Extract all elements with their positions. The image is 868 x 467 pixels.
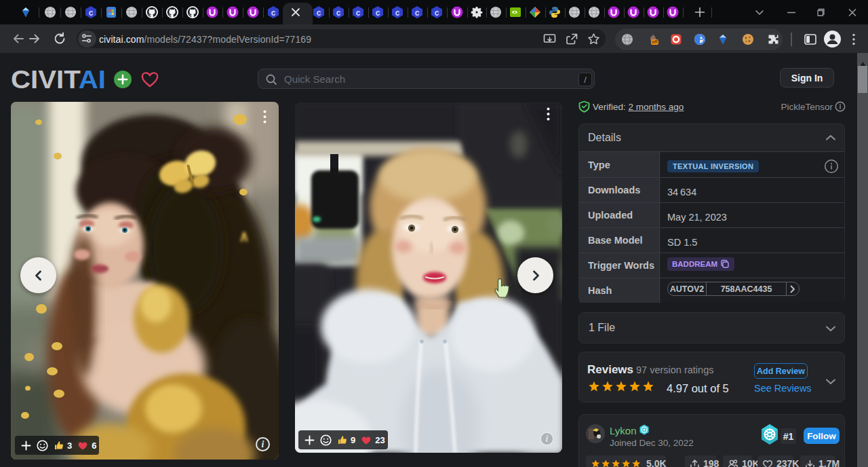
svg-text:off: off	[652, 39, 658, 44]
svg-text:CIVITAI: CIVITAI	[11, 69, 106, 92]
svg-text:c: c	[415, 8, 420, 18]
svg-text:c: c	[317, 8, 321, 18]
svg-text:c: c	[395, 8, 400, 18]
svg-text:c: c	[356, 8, 361, 18]
svg-text:c: c	[336, 8, 341, 18]
svg-text:c: c	[435, 8, 439, 18]
svg-text:c: c	[376, 8, 380, 18]
svg-text:c: c	[89, 8, 94, 18]
svg-text:c: c	[271, 8, 276, 18]
